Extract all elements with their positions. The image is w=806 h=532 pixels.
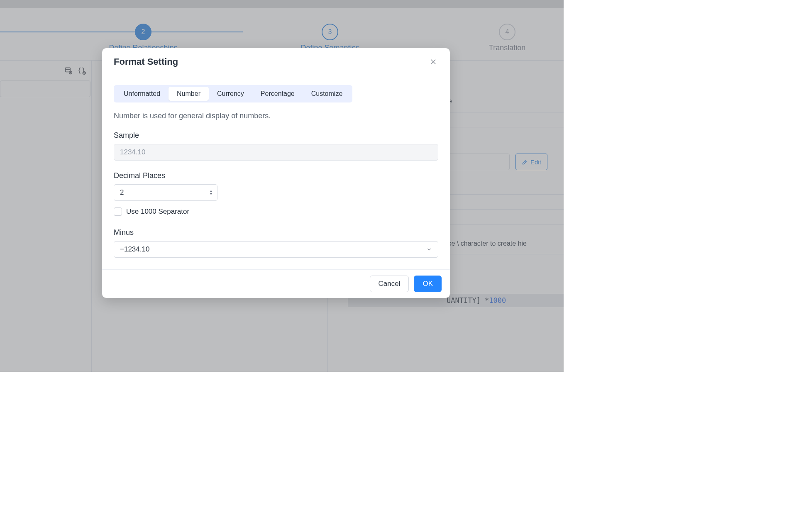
cancel-button[interactable]: Cancel <box>370 276 409 292</box>
ok-button[interactable]: OK <box>414 276 442 292</box>
minus-format-select[interactable]: −1234.10 <box>114 241 438 258</box>
sample-label: Sample <box>114 131 438 140</box>
decimal-places-stepper[interactable]: 2 ▲ ▼ <box>114 184 217 201</box>
sample-display: 1234.10 <box>114 144 438 161</box>
dialog-body: Unformatted Number Currency Percentage C… <box>102 75 450 269</box>
dialog-footer: Cancel OK <box>102 269 450 298</box>
format-setting-dialog: Format Setting Unformatted Number Curren… <box>102 48 450 298</box>
stepper-arrows[interactable]: ▲ ▼ <box>209 190 213 195</box>
minus-label: Minus <box>114 228 438 237</box>
sample-value: 1234.10 <box>120 148 145 156</box>
cancel-button-label: Cancel <box>379 280 401 288</box>
format-description: Number is used for general display of nu… <box>114 112 438 120</box>
decimal-places-value: 2 <box>120 188 124 197</box>
chevron-down-icon[interactable]: ▼ <box>209 193 213 195</box>
tab-percentage[interactable]: Percentage <box>252 87 303 101</box>
chevron-down-icon <box>426 246 432 252</box>
close-icon <box>430 58 437 66</box>
decimal-places-label: Decimal Places <box>114 171 438 180</box>
tab-currency[interactable]: Currency <box>209 87 252 101</box>
thousand-separator-row[interactable]: Use 1000 Separator <box>114 207 438 216</box>
tab-unformatted[interactable]: Unformatted <box>115 87 169 101</box>
tab-number[interactable]: Number <box>169 87 209 101</box>
thousand-separator-checkbox[interactable] <box>114 207 122 216</box>
format-type-tabs: Unformatted Number Currency Percentage C… <box>114 85 352 102</box>
minus-format-value: −1234.10 <box>120 245 149 254</box>
ok-button-label: OK <box>423 280 433 288</box>
tab-customize[interactable]: Customize <box>303 87 351 101</box>
dialog-title: Format Setting <box>114 56 178 67</box>
close-button[interactable] <box>428 57 438 67</box>
thousand-separator-label: Use 1000 Separator <box>126 207 189 216</box>
dialog-header: Format Setting <box>102 48 450 75</box>
